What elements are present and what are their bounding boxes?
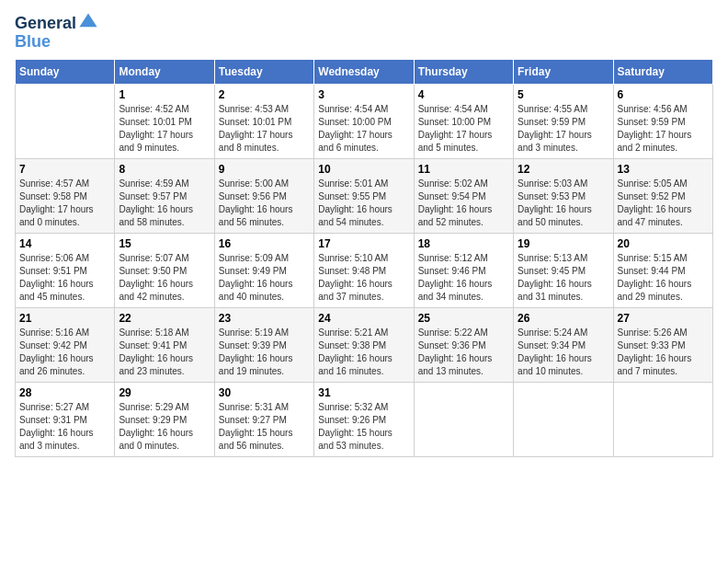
day-number: 26 (518, 312, 609, 325)
calendar-cell: 15Sunrise: 5:07 AM Sunset: 9:50 PM Dayli… (115, 233, 214, 307)
day-number: 9 (219, 163, 310, 176)
day-number: 7 (19, 163, 110, 176)
day-info: Sunrise: 4:59 AM Sunset: 9:57 PM Dayligh… (119, 178, 210, 229)
calendar-cell: 16Sunrise: 5:09 AM Sunset: 9:49 PM Dayli… (214, 233, 313, 307)
day-number: 21 (19, 312, 110, 325)
day-number: 5 (518, 88, 609, 101)
calendar-cell: 6Sunrise: 4:56 AM Sunset: 9:59 PM Daylig… (613, 84, 712, 158)
calendar-cell: 29Sunrise: 5:29 AM Sunset: 9:29 PM Dayli… (115, 382, 214, 456)
day-info: Sunrise: 5:00 AM Sunset: 9:56 PM Dayligh… (219, 178, 310, 229)
day-info: Sunrise: 5:06 AM Sunset: 9:51 PM Dayligh… (19, 252, 110, 304)
day-number: 17 (318, 237, 409, 250)
svg-marker-0 (80, 14, 97, 28)
day-number: 28 (19, 386, 110, 399)
day-info: Sunrise: 5:19 AM Sunset: 9:39 PM Dayligh… (219, 327, 310, 378)
day-number: 10 (318, 163, 409, 176)
calendar-cell: 13Sunrise: 5:05 AM Sunset: 9:52 PM Dayli… (613, 158, 712, 233)
week-row-5: 28Sunrise: 5:27 AM Sunset: 9:31 PM Dayli… (16, 382, 713, 456)
day-info: Sunrise: 5:02 AM Sunset: 9:54 PM Dayligh… (418, 178, 509, 229)
day-number: 1 (119, 88, 210, 101)
day-number: 24 (318, 312, 409, 325)
day-number: 3 (318, 88, 409, 101)
calendar-cell: 27Sunrise: 5:26 AM Sunset: 9:33 PM Dayli… (613, 307, 712, 382)
logo-text: General Blue (15, 15, 98, 52)
day-number: 29 (119, 386, 210, 399)
calendar-cell: 10Sunrise: 5:01 AM Sunset: 9:55 PM Dayli… (314, 158, 414, 233)
weekday-header-sunday: Sunday (16, 59, 115, 84)
day-info: Sunrise: 5:22 AM Sunset: 9:36 PM Dayligh… (418, 327, 509, 378)
day-number: 20 (618, 237, 709, 250)
day-info: Sunrise: 5:27 AM Sunset: 9:31 PM Dayligh… (19, 401, 110, 453)
calendar-cell (16, 84, 115, 158)
calendar-cell: 12Sunrise: 5:03 AM Sunset: 9:53 PM Dayli… (514, 158, 613, 233)
calendar-cell: 5Sunrise: 4:55 AM Sunset: 9:59 PM Daylig… (514, 84, 613, 158)
calendar-cell: 21Sunrise: 5:16 AM Sunset: 9:42 PM Dayli… (16, 307, 115, 382)
day-info: Sunrise: 5:05 AM Sunset: 9:52 PM Dayligh… (618, 178, 709, 229)
calendar-cell (613, 382, 712, 456)
day-info: Sunrise: 5:24 AM Sunset: 9:34 PM Dayligh… (518, 327, 609, 378)
logo: General Blue (15, 15, 98, 52)
day-number: 18 (418, 237, 509, 250)
calendar-cell: 7Sunrise: 4:57 AM Sunset: 9:58 PM Daylig… (16, 158, 115, 233)
day-info: Sunrise: 4:56 AM Sunset: 9:59 PM Dayligh… (618, 103, 709, 155)
calendar-table: SundayMondayTuesdayWednesdayThursdayFrid… (15, 59, 713, 457)
day-info: Sunrise: 5:15 AM Sunset: 9:44 PM Dayligh… (618, 252, 709, 304)
calendar-cell (414, 382, 513, 456)
calendar-cell: 17Sunrise: 5:10 AM Sunset: 9:48 PM Dayli… (314, 233, 414, 307)
calendar-cell: 11Sunrise: 5:02 AM Sunset: 9:54 PM Dayli… (414, 158, 513, 233)
day-info: Sunrise: 5:21 AM Sunset: 9:38 PM Dayligh… (318, 327, 409, 378)
day-info: Sunrise: 5:29 AM Sunset: 9:29 PM Dayligh… (119, 401, 210, 453)
weekday-header-saturday: Saturday (613, 59, 712, 84)
weekday-header-friday: Friday (514, 59, 613, 84)
day-info: Sunrise: 4:54 AM Sunset: 10:00 PM Daylig… (318, 103, 409, 155)
day-info: Sunrise: 4:57 AM Sunset: 9:58 PM Dayligh… (19, 178, 110, 229)
day-info: Sunrise: 4:52 AM Sunset: 10:01 PM Daylig… (119, 103, 210, 155)
day-number: 23 (219, 312, 310, 325)
calendar-cell: 19Sunrise: 5:13 AM Sunset: 9:45 PM Dayli… (514, 233, 613, 307)
week-row-3: 14Sunrise: 5:06 AM Sunset: 9:51 PM Dayli… (16, 233, 713, 307)
day-number: 27 (618, 312, 709, 325)
day-number: 13 (618, 163, 709, 176)
day-info: Sunrise: 5:13 AM Sunset: 9:45 PM Dayligh… (518, 252, 609, 304)
calendar-cell: 3Sunrise: 4:54 AM Sunset: 10:00 PM Dayli… (314, 84, 414, 158)
calendar-cell: 24Sunrise: 5:21 AM Sunset: 9:38 PM Dayli… (314, 307, 414, 382)
day-number: 4 (418, 88, 509, 101)
day-number: 6 (618, 88, 709, 101)
calendar-cell: 28Sunrise: 5:27 AM Sunset: 9:31 PM Dayli… (16, 382, 115, 456)
day-info: Sunrise: 5:01 AM Sunset: 9:55 PM Dayligh… (318, 178, 409, 229)
weekday-header-row: SundayMondayTuesdayWednesdayThursdayFrid… (16, 59, 713, 84)
logo-blue: Blue (15, 32, 51, 51)
weekday-header-thursday: Thursday (414, 59, 513, 84)
calendar-cell: 25Sunrise: 5:22 AM Sunset: 9:36 PM Dayli… (414, 307, 513, 382)
calendar-cell: 23Sunrise: 5:19 AM Sunset: 9:39 PM Dayli… (214, 307, 313, 382)
weekday-header-monday: Monday (115, 59, 214, 84)
day-info: Sunrise: 5:10 AM Sunset: 9:48 PM Dayligh… (318, 252, 409, 304)
calendar-cell: 1Sunrise: 4:52 AM Sunset: 10:01 PM Dayli… (115, 84, 214, 158)
calendar-cell: 14Sunrise: 5:06 AM Sunset: 9:51 PM Dayli… (16, 233, 115, 307)
week-row-4: 21Sunrise: 5:16 AM Sunset: 9:42 PM Dayli… (16, 307, 713, 382)
day-number: 8 (119, 163, 210, 176)
day-number: 12 (518, 163, 609, 176)
calendar-cell: 22Sunrise: 5:18 AM Sunset: 9:41 PM Dayli… (115, 307, 214, 382)
page-header: General Blue (15, 15, 713, 52)
day-info: Sunrise: 5:03 AM Sunset: 9:53 PM Dayligh… (518, 178, 609, 229)
day-info: Sunrise: 5:18 AM Sunset: 9:41 PM Dayligh… (119, 327, 210, 378)
day-info: Sunrise: 5:26 AM Sunset: 9:33 PM Dayligh… (618, 327, 709, 378)
day-number: 22 (119, 312, 210, 325)
weekday-header-wednesday: Wednesday (314, 59, 414, 84)
day-number: 30 (219, 386, 310, 399)
day-number: 14 (19, 237, 110, 250)
calendar-cell: 20Sunrise: 5:15 AM Sunset: 9:44 PM Dayli… (613, 233, 712, 307)
calendar-cell (514, 382, 613, 456)
day-info: Sunrise: 5:31 AM Sunset: 9:27 PM Dayligh… (219, 401, 310, 453)
week-row-2: 7Sunrise: 4:57 AM Sunset: 9:58 PM Daylig… (16, 158, 713, 233)
week-row-1: 1Sunrise: 4:52 AM Sunset: 10:01 PM Dayli… (16, 84, 713, 158)
day-info: Sunrise: 5:07 AM Sunset: 9:50 PM Dayligh… (119, 252, 210, 304)
day-number: 11 (418, 163, 509, 176)
calendar-cell: 18Sunrise: 5:12 AM Sunset: 9:46 PM Dayli… (414, 233, 513, 307)
calendar-cell: 2Sunrise: 4:53 AM Sunset: 10:01 PM Dayli… (214, 84, 313, 158)
calendar-cell: 30Sunrise: 5:31 AM Sunset: 9:27 PM Dayli… (214, 382, 313, 456)
day-info: Sunrise: 4:53 AM Sunset: 10:01 PM Daylig… (219, 103, 310, 155)
day-number: 25 (418, 312, 509, 325)
day-info: Sunrise: 4:54 AM Sunset: 10:00 PM Daylig… (418, 103, 509, 155)
